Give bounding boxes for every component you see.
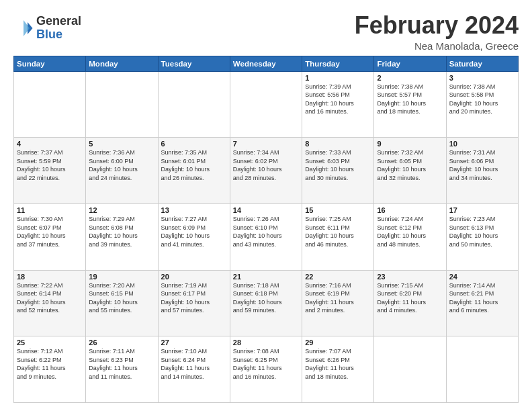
calendar-week-row: 4Sunrise: 7:37 AM Sunset: 5:59 PM Daylig… (14, 138, 519, 204)
calendar-day-header: Thursday (302, 56, 374, 71)
day-number: 24 (449, 273, 515, 281)
calendar-cell: 1Sunrise: 7:39 AM Sunset: 5:56 PM Daylig… (302, 71, 374, 138)
day-info: Sunrise: 7:15 AM Sunset: 6:20 PM Dayligh… (377, 281, 443, 315)
calendar-cell: 21Sunrise: 7:18 AM Sunset: 6:18 PM Dayli… (230, 270, 302, 336)
day-number: 3 (449, 74, 515, 82)
calendar-day-header: Wednesday (230, 56, 302, 71)
day-info: Sunrise: 7:07 AM Sunset: 6:26 PM Dayligh… (305, 347, 371, 381)
day-info: Sunrise: 7:11 AM Sunset: 6:23 PM Dayligh… (89, 347, 154, 381)
day-info: Sunrise: 7:08 AM Sunset: 6:25 PM Dayligh… (233, 347, 299, 381)
calendar-week-row: 25Sunrise: 7:12 AM Sunset: 6:22 PM Dayli… (14, 336, 519, 403)
calendar-cell: 4Sunrise: 7:37 AM Sunset: 5:59 PM Daylig… (14, 138, 86, 204)
calendar-cell (230, 71, 302, 138)
logo: General Blue (13, 15, 81, 42)
day-info: Sunrise: 7:20 AM Sunset: 6:15 PM Dayligh… (89, 281, 154, 315)
day-number: 17 (449, 206, 515, 214)
calendar-day-header: Sunday (14, 56, 86, 71)
day-info: Sunrise: 7:38 AM Sunset: 5:57 PM Dayligh… (377, 83, 443, 116)
day-number: 22 (305, 273, 371, 281)
day-number: 23 (377, 273, 443, 281)
day-info: Sunrise: 7:14 AM Sunset: 6:21 PM Dayligh… (449, 281, 515, 315)
calendar-cell: 28Sunrise: 7:08 AM Sunset: 6:25 PM Dayli… (230, 336, 302, 403)
day-number: 10 (449, 140, 515, 148)
calendar-cell (446, 336, 518, 403)
calendar-subtitle: Nea Manolada, Greece (355, 40, 519, 52)
logo-text: General Blue (36, 15, 81, 42)
calendar-title: February 2024 (355, 12, 519, 39)
calendar-cell: 25Sunrise: 7:12 AM Sunset: 6:22 PM Dayli… (14, 336, 86, 403)
day-info: Sunrise: 7:33 AM Sunset: 6:03 PM Dayligh… (305, 148, 371, 182)
day-info: Sunrise: 7:35 AM Sunset: 6:01 PM Dayligh… (161, 148, 227, 182)
calendar-cell (86, 71, 158, 138)
day-number: 6 (161, 140, 227, 148)
logo-icon (13, 18, 34, 38)
day-info: Sunrise: 7:16 AM Sunset: 6:19 PM Dayligh… (305, 281, 371, 315)
day-number: 18 (17, 273, 83, 281)
calendar-cell: 8Sunrise: 7:33 AM Sunset: 6:03 PM Daylig… (302, 138, 374, 204)
day-number: 4 (17, 140, 83, 148)
svg-marker-2 (24, 20, 30, 36)
day-info: Sunrise: 7:30 AM Sunset: 6:07 PM Dayligh… (17, 215, 83, 248)
logo-line2: Blue (36, 28, 81, 42)
calendar-cell: 12Sunrise: 7:29 AM Sunset: 6:08 PM Dayli… (86, 203, 158, 270)
calendar-cell: 15Sunrise: 7:25 AM Sunset: 6:11 PM Dayli… (302, 203, 374, 270)
day-number: 11 (17, 206, 83, 214)
calendar-cell: 16Sunrise: 7:24 AM Sunset: 6:12 PM Dayli… (374, 203, 446, 270)
calendar-cell: 3Sunrise: 7:38 AM Sunset: 5:58 PM Daylig… (446, 71, 518, 138)
calendar-week-row: 1Sunrise: 7:39 AM Sunset: 5:56 PM Daylig… (14, 71, 519, 138)
day-info: Sunrise: 7:12 AM Sunset: 6:22 PM Dayligh… (17, 347, 83, 381)
calendar-day-header: Monday (86, 56, 158, 71)
title-area: February 2024 Nea Manolada, Greece (355, 12, 519, 52)
day-number: 2 (377, 74, 443, 82)
calendar-cell: 9Sunrise: 7:32 AM Sunset: 6:05 PM Daylig… (374, 138, 446, 204)
calendar-cell: 19Sunrise: 7:20 AM Sunset: 6:15 PM Dayli… (86, 270, 158, 336)
day-number: 28 (233, 338, 299, 347)
calendar-table: SundayMondayTuesdayWednesdayThursdayFrid… (13, 56, 519, 403)
calendar-cell: 17Sunrise: 7:23 AM Sunset: 6:13 PM Dayli… (446, 203, 518, 270)
day-info: Sunrise: 7:36 AM Sunset: 6:00 PM Dayligh… (89, 148, 154, 182)
day-number: 16 (377, 206, 443, 214)
day-info: Sunrise: 7:29 AM Sunset: 6:08 PM Dayligh… (89, 215, 154, 248)
day-info: Sunrise: 7:22 AM Sunset: 6:14 PM Dayligh… (17, 281, 83, 315)
day-number: 9 (377, 140, 443, 148)
day-info: Sunrise: 7:26 AM Sunset: 6:10 PM Dayligh… (233, 215, 299, 248)
calendar-cell (14, 71, 86, 138)
day-info: Sunrise: 7:27 AM Sunset: 6:09 PM Dayligh… (161, 215, 227, 248)
calendar-cell: 7Sunrise: 7:34 AM Sunset: 6:02 PM Daylig… (230, 138, 302, 204)
calendar-header-row: SundayMondayTuesdayWednesdayThursdayFrid… (14, 56, 519, 71)
header: General Blue February 2024 Nea Manolada,… (13, 12, 519, 52)
day-number: 5 (89, 140, 154, 148)
day-info: Sunrise: 7:19 AM Sunset: 6:17 PM Dayligh… (161, 281, 227, 315)
calendar-cell: 18Sunrise: 7:22 AM Sunset: 6:14 PM Dayli… (14, 270, 86, 336)
day-number: 7 (233, 140, 299, 148)
calendar-cell: 24Sunrise: 7:14 AM Sunset: 6:21 PM Dayli… (446, 270, 518, 336)
day-number: 14 (233, 206, 299, 214)
calendar-cell: 2Sunrise: 7:38 AM Sunset: 5:57 PM Daylig… (374, 71, 446, 138)
calendar-cell: 23Sunrise: 7:15 AM Sunset: 6:20 PM Dayli… (374, 270, 446, 336)
calendar-day-header: Friday (374, 56, 446, 71)
calendar-week-row: 18Sunrise: 7:22 AM Sunset: 6:14 PM Dayli… (14, 270, 519, 336)
day-number: 12 (89, 206, 154, 214)
day-number: 29 (305, 338, 371, 347)
day-number: 8 (305, 140, 371, 148)
day-number: 25 (17, 338, 83, 347)
day-info: Sunrise: 7:10 AM Sunset: 6:24 PM Dayligh… (161, 347, 227, 381)
calendar-cell: 20Sunrise: 7:19 AM Sunset: 6:17 PM Dayli… (158, 270, 230, 336)
day-info: Sunrise: 7:24 AM Sunset: 6:12 PM Dayligh… (377, 215, 443, 248)
day-info: Sunrise: 7:32 AM Sunset: 6:05 PM Dayligh… (377, 148, 443, 182)
calendar-cell: 14Sunrise: 7:26 AM Sunset: 6:10 PM Dayli… (230, 203, 302, 270)
calendar-cell: 5Sunrise: 7:36 AM Sunset: 6:00 PM Daylig… (86, 138, 158, 204)
calendar-cell: 10Sunrise: 7:31 AM Sunset: 6:06 PM Dayli… (446, 138, 518, 204)
calendar-cell: 26Sunrise: 7:11 AM Sunset: 6:23 PM Dayli… (86, 336, 158, 403)
day-info: Sunrise: 7:23 AM Sunset: 6:13 PM Dayligh… (449, 215, 515, 248)
calendar-day-header: Tuesday (158, 56, 230, 71)
calendar-cell (158, 71, 230, 138)
day-info: Sunrise: 7:37 AM Sunset: 5:59 PM Dayligh… (17, 148, 83, 182)
day-number: 21 (233, 273, 299, 281)
day-number: 1 (305, 74, 371, 82)
day-number: 26 (89, 338, 154, 347)
calendar-cell: 11Sunrise: 7:30 AM Sunset: 6:07 PM Dayli… (14, 203, 86, 270)
calendar-cell (374, 336, 446, 403)
calendar-cell: 29Sunrise: 7:07 AM Sunset: 6:26 PM Dayli… (302, 336, 374, 403)
day-number: 20 (161, 273, 227, 281)
